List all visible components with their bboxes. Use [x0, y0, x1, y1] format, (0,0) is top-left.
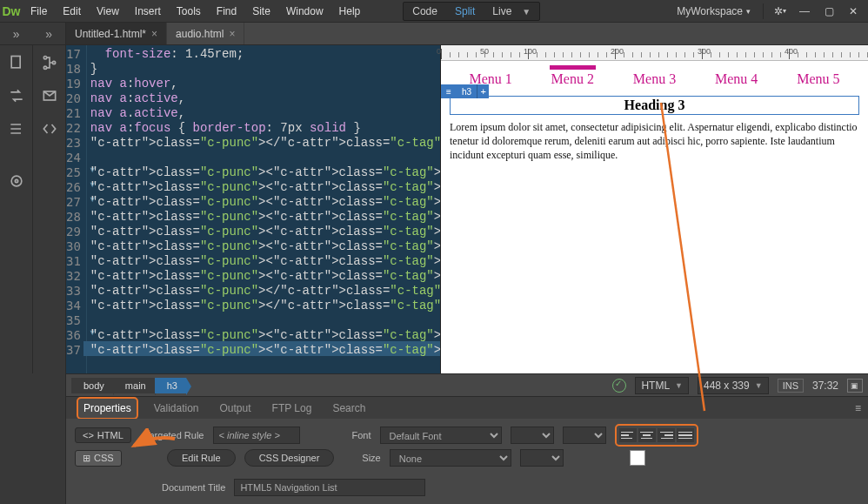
- size-unit-dropdown[interactable]: [520, 449, 564, 467]
- svg-rect-0: [11, 57, 20, 68]
- menu-file[interactable]: File: [23, 0, 55, 23]
- selected-element-tag[interactable]: h3: [457, 84, 477, 98]
- align-left-button[interactable]: [619, 428, 637, 442]
- list-icon[interactable]: [8, 120, 25, 138]
- plus-icon[interactable]: +: [477, 84, 489, 98]
- preview-nav-item[interactable]: Menu 5: [797, 71, 839, 87]
- dom-tree-icon[interactable]: [41, 54, 58, 71]
- view-live[interactable]: Live: [484, 5, 520, 17]
- panel-tab-output[interactable]: Output: [215, 399, 257, 418]
- preview-paragraph: Lorem ipsum dolor sit amet, consectetur …: [450, 120, 859, 163]
- breadcrumb-item[interactable]: h3: [155, 378, 186, 393]
- preview-in-browser-icon[interactable]: ▣: [847, 379, 863, 393]
- no-errors-icon[interactable]: [612, 379, 626, 393]
- view-switch[interactable]: Code Split Live ▼: [403, 2, 540, 21]
- status-bar: bodymainh3 HTML▼ 448 x 339▼ INS 37:32 ▣: [66, 373, 868, 396]
- element-selector-badge[interactable]: ≡ h3 +: [441, 84, 489, 98]
- preview-nav-item[interactable]: Menu 3: [633, 71, 676, 87]
- preview-heading[interactable]: Heading 3: [450, 96, 859, 115]
- panel-tab-ftp-log[interactable]: FTP Log: [267, 399, 317, 418]
- targeted-rule-label: Targeted Rule: [144, 430, 204, 440]
- assets-icon[interactable]: [41, 87, 58, 104]
- menu-bar: Dw FileEditViewInsertToolsFindSiteWindow…: [0, 0, 868, 23]
- panel-tab-validation[interactable]: Validation: [149, 399, 204, 418]
- preview-nav[interactable]: Menu 1Menu 2Menu 3Menu 4Menu 5: [450, 68, 859, 96]
- menu-view[interactable]: View: [89, 0, 127, 23]
- document-title-label: Document Title: [162, 482, 225, 493]
- align-center-button[interactable]: [638, 428, 656, 442]
- text-align-group: [615, 424, 698, 447]
- files-icon[interactable]: [8, 54, 25, 71]
- time-indicator: 37:32: [812, 380, 838, 392]
- panel-tab-properties[interactable]: Properties: [77, 397, 138, 420]
- live-preview[interactable]: 050100200300400 ≡ h3 + Menu 1Menu 2Menu …: [440, 45, 868, 373]
- preview-nav-item[interactable]: Menu 4: [715, 71, 758, 87]
- chevron-down-icon: ▾: [746, 7, 751, 16]
- left-rail-2: [33, 45, 66, 373]
- targeted-rule-field[interactable]: [213, 427, 300, 444]
- menu-find[interactable]: Find: [209, 0, 244, 23]
- swap-icon[interactable]: [8, 87, 25, 104]
- sync-settings-icon[interactable]: ✲▾: [769, 3, 791, 20]
- font-weight-dropdown[interactable]: [563, 427, 606, 444]
- size-label: Size: [362, 453, 380, 463]
- rail-toggle-icon[interactable]: »: [0, 23, 33, 44]
- svg-point-2: [15, 179, 17, 182]
- css-mode-button[interactable]: ⊞ CSS: [75, 450, 122, 467]
- insert-mode-indicator[interactable]: INS: [778, 379, 804, 393]
- menu-insert[interactable]: Insert: [127, 0, 169, 23]
- rail-toggle-icon[interactable]: »: [33, 23, 66, 44]
- viewport-size-dropdown[interactable]: 448 x 339▼: [698, 377, 769, 394]
- code-brackets-icon[interactable]: [41, 120, 58, 138]
- main-menu: FileEditViewInsertToolsFindSiteWindowHel…: [23, 0, 368, 22]
- align-justify-button[interactable]: [677, 428, 694, 442]
- svg-point-3: [43, 57, 46, 59]
- edit-rule-button[interactable]: Edit Rule: [167, 449, 236, 467]
- html-mode-button[interactable]: <> HTML: [75, 427, 131, 443]
- close-icon[interactable]: ×: [229, 28, 235, 40]
- document-tab[interactable]: audio.html×: [167, 23, 244, 44]
- document-tab[interactable]: Untitled-1.html*×: [66, 23, 167, 44]
- code-editor[interactable]: 1718192021222324252627282930313233343536…: [66, 45, 440, 373]
- breadcrumb-item[interactable]: main: [113, 378, 155, 393]
- close-button[interactable]: ✕: [842, 3, 865, 20]
- panel-tab-search[interactable]: Search: [327, 399, 371, 418]
- font-family-dropdown[interactable]: Default Font: [380, 427, 502, 444]
- svg-point-5: [52, 61, 55, 64]
- breadcrumb-item[interactable]: body: [71, 378, 113, 393]
- workspace-switcher[interactable]: MyWorkspace ▾: [670, 5, 758, 17]
- horizontal-ruler: 050100200300400: [441, 45, 868, 61]
- svg-point-4: [43, 66, 46, 69]
- css-designer-button[interactable]: CSS Designer: [244, 449, 335, 467]
- menu-help[interactable]: Help: [331, 0, 369, 23]
- menu-window[interactable]: Window: [278, 0, 331, 23]
- target-icon[interactable]: [8, 172, 25, 190]
- hamburger-icon[interactable]: ≡: [441, 84, 457, 98]
- document-tabs-row: » » Untitled-1.html*×audio.html×: [0, 23, 868, 45]
- properties-panel: <> HTML Targeted Rule Font Default Font …: [66, 419, 868, 504]
- bottom-panel-tabs: PropertiesValidationOutputFTP LogSearch …: [66, 396, 868, 419]
- view-split[interactable]: Split: [446, 5, 484, 17]
- menu-site[interactable]: Site: [244, 0, 278, 23]
- font-style-dropdown[interactable]: [511, 427, 554, 444]
- left-rail-1: [0, 45, 33, 373]
- minimize-button[interactable]: —: [793, 3, 816, 20]
- panel-menu-icon[interactable]: ≡: [855, 402, 861, 414]
- tag-selector-breadcrumb[interactable]: bodymainh3: [71, 378, 186, 393]
- maximize-button[interactable]: ▢: [818, 3, 840, 20]
- font-size-dropdown[interactable]: None: [390, 449, 511, 467]
- font-label: Font: [352, 430, 371, 440]
- svg-point-1: [11, 176, 22, 186]
- workspace-label: MyWorkspace: [677, 5, 743, 17]
- language-dropdown[interactable]: HTML▼: [635, 377, 689, 394]
- document-title-input[interactable]: [234, 479, 425, 496]
- view-code[interactable]: Code: [404, 5, 446, 17]
- menu-edit[interactable]: Edit: [55, 0, 89, 23]
- preview-nav-item[interactable]: Menu 2: [551, 71, 594, 87]
- app-logo: Dw: [0, 0, 23, 22]
- close-icon[interactable]: ×: [151, 28, 157, 40]
- chevron-down-icon[interactable]: ▼: [520, 7, 539, 17]
- align-right-button[interactable]: [658, 428, 675, 442]
- color-swatch[interactable]: [630, 450, 645, 466]
- menu-tools[interactable]: Tools: [169, 0, 209, 23]
